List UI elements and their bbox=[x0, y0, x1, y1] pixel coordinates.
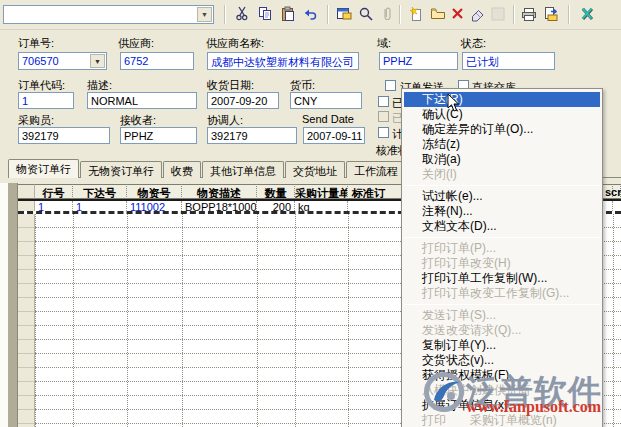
supplier-value: 6752 bbox=[124, 55, 148, 67]
row-selector-cell[interactable] bbox=[18, 312, 35, 326]
row-selector-cell[interactable] bbox=[18, 354, 35, 368]
export-report-button[interactable] bbox=[540, 4, 562, 26]
row-selector-cell[interactable] bbox=[18, 214, 35, 228]
domain-field[interactable]: PPHZ bbox=[379, 52, 458, 70]
chevron-down-icon[interactable]: ▼ bbox=[90, 54, 105, 68]
row-selector-cell[interactable] bbox=[18, 284, 35, 298]
menu-item-copy-order[interactable]: 复制订单(Y)... bbox=[402, 338, 602, 353]
undo-button[interactable] bbox=[299, 4, 321, 26]
order-no-value: 706570 bbox=[22, 55, 59, 67]
grid-left-gutter bbox=[8, 183, 18, 427]
tab-workflow[interactable]: 工作流程 bbox=[346, 161, 406, 178]
order-no-field[interactable]: 706570 ▼ bbox=[18, 52, 107, 70]
send-date-field[interactable]: 2007-09-11 bbox=[303, 127, 365, 144]
row-selector-cell[interactable] bbox=[18, 396, 35, 410]
menu-item-confirm-variance[interactable]: 确定差异的订单(O)... bbox=[402, 122, 602, 137]
row-selector-cell[interactable] bbox=[18, 256, 35, 270]
cell-item-desc[interactable]: BOPP18*1000 bbox=[182, 201, 257, 211]
menu-item-delivery-status[interactable]: 交货状态(v)... bbox=[402, 353, 602, 368]
status-field[interactable]: 已计划 bbox=[462, 52, 555, 70]
toolbar-separator bbox=[224, 5, 226, 24]
menu-item-close: 关闭(l) bbox=[402, 167, 602, 182]
row-selector-cell[interactable] bbox=[18, 270, 35, 284]
col-purchase-unit[interactable]: 采购计量单 bbox=[295, 184, 348, 199]
cell-qty[interactable]: 200 bbox=[257, 201, 295, 211]
receiver-field[interactable]: PPHZ bbox=[120, 127, 197, 144]
tab-delivery-address[interactable]: 交货地址 bbox=[285, 161, 345, 178]
new-button[interactable] bbox=[405, 4, 427, 26]
attachment-button[interactable] bbox=[376, 4, 398, 26]
row-selector-cell[interactable] bbox=[18, 382, 35, 396]
description-field[interactable]: NORMAL bbox=[87, 92, 197, 109]
menu-item-freeze[interactable]: 冻结(z) bbox=[402, 137, 602, 152]
blank-icon bbox=[490, 6, 506, 24]
order-send-checkbox[interactable] bbox=[385, 80, 396, 91]
col-line-no[interactable]: 行号 bbox=[35, 184, 73, 199]
tab-charges[interactable]: 收费 bbox=[163, 161, 201, 178]
grid-column-line bbox=[182, 214, 183, 427]
checkbox-3[interactable] bbox=[378, 127, 389, 138]
order-code-field[interactable]: 1 bbox=[18, 92, 74, 109]
paperclip-icon bbox=[379, 6, 395, 24]
row-selector-cell[interactable] bbox=[18, 410, 35, 424]
currency-field[interactable]: CNY bbox=[290, 92, 362, 109]
paste-button[interactable] bbox=[277, 4, 299, 26]
tab-nonmaterial-order-lines[interactable]: 无物资订单行 bbox=[80, 161, 162, 178]
mouse-cursor bbox=[447, 93, 461, 113]
checkbox-1[interactable] bbox=[378, 96, 389, 107]
coordinator-field[interactable]: 392179 bbox=[207, 127, 297, 144]
cell-purchase-unit[interactable]: kg bbox=[295, 201, 348, 211]
checkbox-2 bbox=[378, 111, 389, 122]
excel-icon bbox=[580, 6, 596, 24]
supplier-name-field[interactable]: 成都中达软塑新材料有限公司 bbox=[207, 52, 359, 70]
buyer-label: 采购员: bbox=[18, 113, 54, 128]
fanpu-logo-icon bbox=[422, 370, 466, 414]
row-selector-cell[interactable] bbox=[18, 242, 35, 256]
col-qty[interactable]: 数量 bbox=[257, 184, 295, 199]
menu-item-notes[interactable]: 注释(N)... bbox=[402, 204, 602, 219]
excel-export-button[interactable] bbox=[577, 4, 599, 26]
row-selector-cell[interactable] bbox=[18, 368, 35, 382]
row-selector-cell[interactable] bbox=[18, 201, 35, 211]
menu-item-trial-post[interactable]: 试过帐(e)... bbox=[402, 189, 602, 204]
col-release-no[interactable]: 下达号 bbox=[73, 184, 127, 199]
clear-button[interactable] bbox=[467, 4, 489, 26]
col-description-fragment[interactable]: scrip bbox=[605, 186, 621, 198]
grid-column-line bbox=[295, 214, 296, 427]
toolbar-separator bbox=[327, 5, 329, 24]
cell-release-no[interactable]: 1 bbox=[73, 201, 127, 211]
toolbar-separator bbox=[399, 5, 401, 24]
tab-other-order-info[interactable]: 其他订单信息 bbox=[202, 161, 284, 178]
menu-item-document-text[interactable]: 文档文本(D)... bbox=[402, 219, 602, 234]
menu-item-release[interactable]: 下达(R) bbox=[404, 92, 600, 107]
toolbar-combobox[interactable]: ▼ bbox=[3, 5, 214, 24]
supplier-field[interactable]: 6752 bbox=[120, 52, 194, 70]
toolbar: ▼ bbox=[0, 0, 621, 30]
copy-button[interactable] bbox=[254, 4, 276, 26]
undo-icon bbox=[302, 6, 318, 24]
menu-item-print-order-work-copy[interactable]: 打印订单工作复制(W)... bbox=[402, 271, 602, 286]
form-view-button[interactable] bbox=[333, 4, 355, 26]
cut-button[interactable] bbox=[231, 4, 253, 26]
chevron-down-icon[interactable]: ▼ bbox=[197, 7, 212, 22]
cell-line-no[interactable]: 1 bbox=[35, 201, 73, 211]
disabled-button bbox=[487, 4, 509, 26]
menu-item-print-order-change-work-copy: 打印订单改变工作复制(G)... bbox=[402, 286, 602, 301]
tab-material-order-lines[interactable]: 物资订单行 bbox=[8, 159, 79, 178]
col-item-desc[interactable]: 物资描述 bbox=[182, 184, 257, 199]
row-selector-cell[interactable] bbox=[18, 228, 35, 242]
print-button[interactable] bbox=[518, 4, 540, 26]
delete-button[interactable] bbox=[447, 4, 469, 26]
cell-item-no[interactable]: 111002 bbox=[127, 201, 182, 211]
search-button[interactable] bbox=[355, 4, 377, 26]
row-selector-cell[interactable] bbox=[18, 340, 35, 354]
col-item-no[interactable]: 物资号 bbox=[127, 184, 182, 199]
menu-item-cancel[interactable]: 取消(a) bbox=[402, 152, 602, 167]
row-selector-cell[interactable] bbox=[18, 326, 35, 340]
menu-item-confirm[interactable]: 确认(C) bbox=[402, 107, 602, 122]
row-selector-cell[interactable] bbox=[18, 298, 35, 312]
order-code-label: 订单代码: bbox=[18, 78, 65, 93]
receive-date-field[interactable]: 2007-09-20 bbox=[207, 92, 279, 109]
buyer-field[interactable]: 392179 bbox=[18, 127, 110, 144]
open-folder-button[interactable] bbox=[427, 4, 449, 26]
